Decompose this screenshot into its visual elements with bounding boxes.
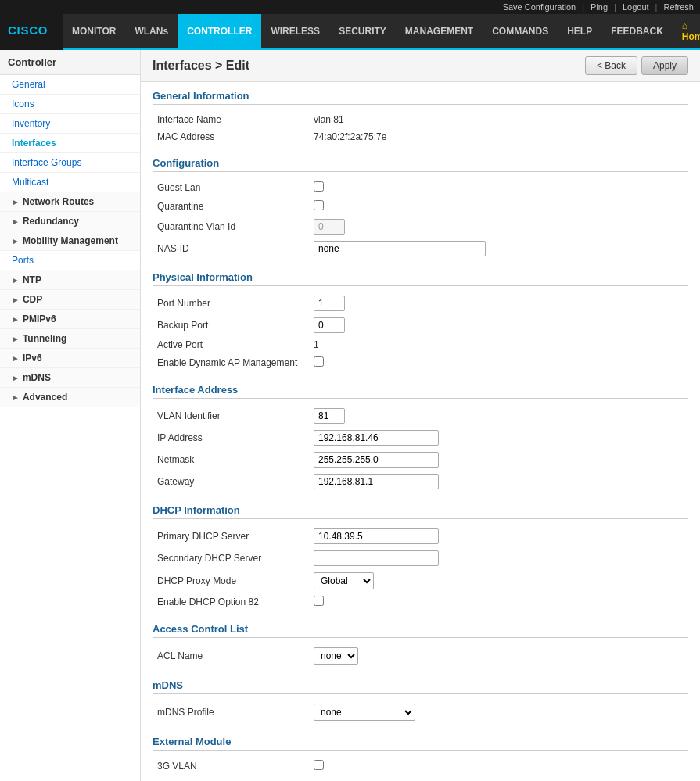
- mdns-arrow: ►: [12, 374, 20, 382]
- acl-title: Access Control List: [153, 623, 688, 638]
- netmask-row: Netmask: [153, 449, 688, 471]
- enable-dynamic-label: Enable Dynamic AP Management: [153, 353, 309, 372]
- netmask-label: Netmask: [153, 449, 309, 471]
- port-number-label: Port Number: [153, 292, 309, 314]
- backup-port-input[interactable]: [314, 317, 345, 333]
- configuration-section: Configuration Guest Lan Quarantine Quara…: [153, 157, 688, 260]
- main-content: Interfaces > Edit < Back Apply General I…: [141, 50, 700, 781]
- acl-name-select[interactable]: none: [314, 647, 358, 665]
- back-button[interactable]: < Back: [585, 56, 637, 75]
- nav-help[interactable]: HELP: [558, 14, 601, 48]
- nas-id-input[interactable]: [314, 241, 486, 256]
- backup-port-row: Backup Port: [153, 314, 688, 336]
- guest-lan-label: Guest Lan: [153, 178, 309, 197]
- sidebar-item-mobility-management[interactable]: ► Mobility Management: [0, 231, 140, 251]
- logout-link[interactable]: Logout: [623, 2, 649, 12]
- apply-button[interactable]: Apply: [641, 56, 688, 75]
- nav-wireless[interactable]: WIRELESS: [261, 14, 329, 48]
- active-port-label: Active Port: [153, 336, 309, 353]
- header: CISCO MONITOR WLANs CONTROLLER WIRELESS …: [0, 14, 700, 50]
- tunneling-arrow: ►: [12, 335, 20, 343]
- active-port-value: 1: [309, 336, 688, 353]
- nas-id-row: NAS-ID: [153, 238, 688, 260]
- quarantine-checkbox[interactable]: [314, 200, 324, 210]
- sidebar-item-ipv6[interactable]: ► IPv6: [0, 349, 140, 368]
- sidebar-item-multicast[interactable]: Multicast: [0, 173, 140, 192]
- mdns-table: mDNS Profile none: [153, 700, 688, 724]
- dhcp-table: Primary DHCP Server Secondary DHCP Serve…: [153, 525, 688, 611]
- nav-feedback[interactable]: FEEDBACK: [601, 14, 673, 48]
- guest-lan-checkbox[interactable]: [314, 181, 324, 192]
- sidebar-item-icons[interactable]: Icons: [0, 95, 140, 114]
- content-area: General Information Interface Name vlan …: [141, 82, 700, 781]
- sidebar-item-interface-groups[interactable]: Interface Groups: [0, 153, 140, 173]
- sidebar-item-tunneling[interactable]: ► Tunneling: [0, 329, 140, 349]
- port-number-input[interactable]: [314, 296, 345, 311]
- 3g-vlan-label: 3G VLAN: [153, 757, 309, 776]
- nav-commands[interactable]: COMMANDS: [483, 14, 558, 48]
- sidebar-item-redundancy[interactable]: ► Redundancy: [0, 212, 140, 231]
- mdns-profile-select[interactable]: none: [314, 704, 415, 721]
- btn-group: < Back Apply: [585, 56, 688, 75]
- secondary-dhcp-label: Secondary DHCP Server: [153, 547, 309, 569]
- physical-info-section: Physical Information Port Number Backup …: [153, 271, 688, 372]
- 3g-vlan-checkbox[interactable]: [314, 760, 324, 770]
- nav-home[interactable]: ⌂ Home: [673, 14, 700, 48]
- primary-dhcp-input[interactable]: [314, 528, 439, 544]
- nav-monitor[interactable]: MONITOR: [63, 14, 125, 48]
- secondary-dhcp-row: Secondary DHCP Server: [153, 547, 688, 569]
- mac-address-value: 74:a0:2f:2a:75:7e: [309, 128, 688, 145]
- sidebar-item-general[interactable]: General: [0, 75, 140, 95]
- guest-lan-row: Guest Lan: [153, 178, 688, 197]
- sidebar-item-pmipv6[interactable]: ► PMIPv6: [0, 310, 140, 329]
- acl-name-row: ACL Name none: [153, 644, 688, 668]
- external-module-section: External Module 3G VLAN: [153, 736, 688, 776]
- backup-port-label: Backup Port: [153, 314, 309, 336]
- port-number-row: Port Number: [153, 292, 688, 314]
- refresh-link[interactable]: Refresh: [663, 2, 694, 12]
- ping-link[interactable]: Ping: [591, 2, 608, 12]
- external-module-title: External Module: [153, 736, 688, 751]
- mobility-arrow: ►: [12, 237, 20, 245]
- mac-address-label: MAC Address: [153, 128, 309, 145]
- nav-controller[interactable]: CONTROLLER: [178, 14, 261, 48]
- sidebar-item-cdp[interactable]: ► CDP: [0, 290, 140, 310]
- ipv6-arrow: ►: [12, 354, 20, 363]
- save-config-link[interactable]: Save Configuration: [503, 2, 576, 12]
- dhcp-option82-checkbox[interactable]: [314, 596, 324, 606]
- netmask-input[interactable]: [314, 452, 439, 468]
- cdp-arrow: ►: [12, 296, 20, 304]
- dhcp-option82-row: Enable DHCP Option 82: [153, 593, 688, 611]
- dhcp-proxy-select[interactable]: Global Enabled Disabled: [314, 572, 374, 589]
- sidebar-item-advanced[interactable]: ► Advanced: [0, 388, 140, 407]
- ip-address-input[interactable]: [314, 430, 439, 446]
- sidebar-item-mdns[interactable]: ► mDNS: [0, 368, 140, 388]
- sidebar-item-interfaces[interactable]: Interfaces: [0, 134, 140, 153]
- quarantine-row: Quarantine: [153, 197, 688, 216]
- interface-address-section: Interface Address VLAN Identifier IP Add…: [153, 384, 688, 493]
- 3g-vlan-row: 3G VLAN: [153, 757, 688, 776]
- gateway-input[interactable]: [314, 474, 439, 489]
- enable-dynamic-checkbox[interactable]: [314, 356, 324, 367]
- vlan-id-input[interactable]: [314, 408, 345, 424]
- quarantine-vlan-input[interactable]: [314, 219, 345, 235]
- external-module-table: 3G VLAN: [153, 757, 688, 776]
- active-port-row: Active Port 1: [153, 336, 688, 353]
- interface-name-label: Interface Name: [153, 111, 309, 128]
- enable-dynamic-row: Enable Dynamic AP Management: [153, 353, 688, 372]
- gateway-label: Gateway: [153, 471, 309, 493]
- redundancy-arrow: ►: [12, 217, 20, 226]
- sidebar-item-ntp[interactable]: ► NTP: [0, 270, 140, 290]
- interface-name-row: Interface Name vlan 81: [153, 111, 688, 128]
- secondary-dhcp-input[interactable]: [314, 550, 439, 566]
- sidebar-item-inventory[interactable]: Inventory: [0, 114, 140, 134]
- nav-security[interactable]: SECURITY: [329, 14, 396, 48]
- svg-text:CISCO: CISCO: [8, 23, 48, 37]
- cisco-logo: CISCO: [8, 20, 55, 45]
- quarantine-vlan-label: Quarantine Vlan Id: [153, 216, 309, 238]
- sidebar-item-ports[interactable]: Ports: [0, 251, 140, 270]
- nav-management[interactable]: MANAGEMENT: [396, 14, 483, 48]
- nav-wlans[interactable]: WLANs: [125, 14, 178, 48]
- sidebar-item-network-routes[interactable]: ► Network Routes: [0, 192, 140, 212]
- ip-address-row: IP Address: [153, 427, 688, 449]
